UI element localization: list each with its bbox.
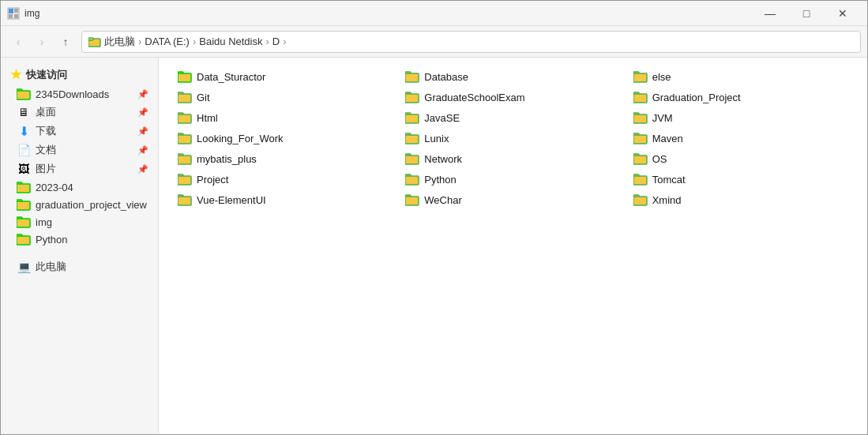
svg-rect-32 bbox=[405, 114, 419, 123]
sidebar-item-2023-04[interactable]: 2023-04 bbox=[1, 178, 158, 196]
svg-rect-38 bbox=[405, 135, 419, 144]
sidebar-item-label: 图片 bbox=[36, 162, 133, 176]
window-controls: — □ ✕ bbox=[752, 1, 861, 26]
file-name: Lunix bbox=[424, 133, 449, 144]
list-item[interactable]: Python bbox=[399, 170, 626, 189]
app-icon bbox=[7, 7, 20, 20]
sidebar-item-documents[interactable]: 📄 文档 📌 bbox=[1, 141, 158, 159]
sidebar-item-label: graduation_project_view bbox=[36, 199, 148, 211]
close-button[interactable]: ✕ bbox=[825, 1, 861, 26]
list-item[interactable]: Xmind bbox=[627, 190, 855, 209]
svg-rect-2 bbox=[14, 9, 18, 13]
sidebar-item-2345downloads[interactable]: 2345Downloads 📌 bbox=[1, 85, 158, 103]
file-name: WeChar bbox=[424, 194, 461, 206]
pin-icon: 📌 bbox=[137, 107, 148, 118]
up-button[interactable]: ↑ bbox=[54, 31, 77, 53]
sidebar-item-label: 2345Downloads bbox=[36, 88, 133, 100]
file-name: Git bbox=[197, 92, 210, 103]
svg-rect-18 bbox=[178, 73, 191, 82]
file-name: JVM bbox=[652, 112, 673, 124]
svg-rect-12 bbox=[17, 201, 30, 210]
pin-icon: 📌 bbox=[137, 145, 148, 156]
svg-rect-10 bbox=[17, 184, 30, 193]
sidebar-item-label: img bbox=[36, 216, 148, 228]
file-name: Xmind bbox=[652, 194, 682, 206]
list-item[interactable]: Data_Sturactor bbox=[171, 67, 399, 86]
svg-rect-42 bbox=[178, 156, 191, 164]
svg-rect-58 bbox=[633, 197, 647, 205]
quick-access-label: ★ 快速访问 bbox=[1, 64, 158, 85]
list-item[interactable]: OS bbox=[627, 149, 855, 168]
sidebar-item-desktop[interactable]: 🖥 桌面 📌 bbox=[1, 103, 158, 122]
sidebar-item-this-pc[interactable]: 💻 此电脑 bbox=[1, 257, 158, 276]
sidebar-item-label: 2023-04 bbox=[36, 182, 148, 193]
file-name: Database bbox=[424, 71, 468, 83]
svg-rect-4 bbox=[14, 14, 18, 18]
svg-rect-52 bbox=[633, 176, 647, 185]
minimize-button[interactable]: — bbox=[752, 1, 788, 26]
svg-rect-24 bbox=[178, 94, 191, 103]
list-item[interactable]: GraduateSchoolExam bbox=[399, 88, 626, 107]
svg-rect-30 bbox=[178, 114, 191, 123]
sidebar-item-img[interactable]: img bbox=[1, 213, 158, 231]
svg-rect-44 bbox=[405, 156, 419, 164]
list-item[interactable]: JVM bbox=[627, 108, 855, 127]
list-item[interactable]: Html bbox=[171, 108, 399, 127]
svg-rect-16 bbox=[17, 236, 30, 245]
window-title: img bbox=[24, 8, 752, 19]
pin-icon: 📌 bbox=[137, 126, 148, 137]
list-item[interactable]: Database bbox=[399, 67, 626, 86]
sidebar-item-pictures[interactable]: 🖼 图片 📌 bbox=[1, 159, 158, 178]
file-name: Data_Sturactor bbox=[197, 71, 265, 83]
svg-rect-46 bbox=[633, 156, 647, 164]
sidebar: ★ 快速访问 2345Downloads 📌 🖥 桌面 📌 ⬇ 下载 📌 📄 bbox=[1, 58, 159, 434]
list-item[interactable]: WeChar bbox=[399, 190, 626, 209]
document-icon: 📄 bbox=[17, 144, 31, 156]
svg-rect-22 bbox=[633, 73, 647, 82]
list-item[interactable]: Lunix bbox=[399, 129, 626, 148]
file-name: Network bbox=[424, 153, 462, 165]
address-bar[interactable]: 此电脑 › DATA (E:) › Baidu Netdisk › D › bbox=[81, 31, 861, 53]
list-item[interactable]: Graduation_Project bbox=[627, 88, 855, 107]
sidebar-item-label: 此电脑 bbox=[36, 260, 148, 274]
pc-icon: 💻 bbox=[17, 261, 31, 273]
list-item[interactable]: Looking_For_Work bbox=[171, 129, 399, 148]
sidebar-item-label: 下载 bbox=[36, 124, 133, 138]
list-item[interactable]: Maven bbox=[627, 129, 855, 148]
address-segment-drive: DATA (E:) bbox=[145, 36, 190, 47]
svg-rect-48 bbox=[178, 176, 191, 185]
maximize-button[interactable]: □ bbox=[788, 1, 825, 26]
forward-button[interactable]: › bbox=[31, 31, 53, 53]
list-item[interactable]: Git bbox=[171, 88, 399, 107]
svg-rect-14 bbox=[17, 219, 30, 227]
sidebar-item-python[interactable]: Python bbox=[1, 231, 158, 248]
list-item[interactable]: mybatis_plus bbox=[171, 149, 399, 168]
svg-rect-34 bbox=[633, 114, 647, 123]
sidebar-item-label: 桌面 bbox=[36, 105, 133, 119]
svg-rect-40 bbox=[633, 135, 647, 144]
file-name: GraduateSchoolExam bbox=[424, 92, 524, 103]
file-name: Tomcat bbox=[652, 174, 686, 186]
nav-bar: ‹ › ↑ 此电脑 › DATA (E:) › Baidu Netdisk › … bbox=[1, 26, 867, 58]
list-item[interactable]: JavaSE bbox=[399, 108, 626, 127]
file-name: Python bbox=[424, 174, 456, 186]
file-name: OS bbox=[652, 153, 667, 165]
pin-icon: 📌 bbox=[137, 164, 148, 174]
sidebar-item-graduation[interactable]: graduation_project_view bbox=[1, 196, 158, 213]
main-area: ★ 快速访问 2345Downloads 📌 🖥 桌面 📌 ⬇ 下载 📌 📄 bbox=[1, 58, 867, 434]
file-name: Project bbox=[197, 174, 228, 186]
list-item[interactable]: Project bbox=[171, 170, 399, 189]
back-button[interactable]: ‹ bbox=[7, 31, 29, 53]
svg-rect-54 bbox=[178, 197, 191, 205]
address-segment-d: D bbox=[272, 36, 280, 47]
list-item[interactable]: Tomcat bbox=[627, 170, 855, 189]
list-item[interactable]: else bbox=[627, 67, 855, 86]
download-icon: ⬇ bbox=[17, 125, 31, 137]
sidebar-item-label: 文档 bbox=[36, 143, 133, 157]
list-item[interactable]: Network bbox=[399, 149, 626, 168]
file-name: else bbox=[652, 71, 671, 83]
sidebar-item-downloads[interactable]: ⬇ 下载 📌 bbox=[1, 122, 158, 141]
list-item[interactable]: Vue-ElementUI bbox=[171, 190, 399, 209]
svg-rect-3 bbox=[9, 14, 13, 18]
star-icon: ★ bbox=[10, 67, 21, 82]
